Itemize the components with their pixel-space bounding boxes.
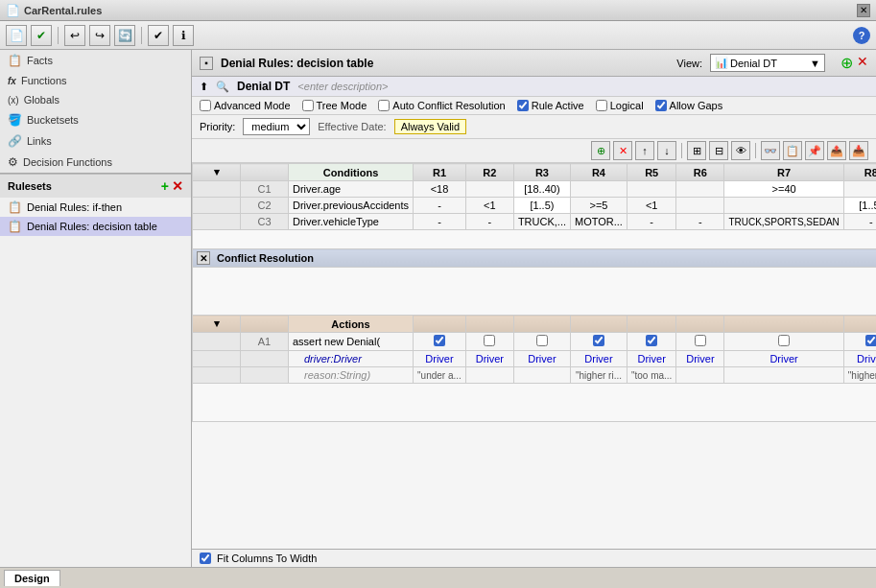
ruleset-if-then[interactable]: 📋 Denial Rules: if-then — [0, 198, 191, 217]
move-down-button[interactable]: ↓ — [657, 141, 676, 160]
back-button[interactable]: ↩ — [64, 25, 85, 46]
priority-select[interactable]: medium high low — [243, 118, 310, 135]
ruleset-decision-table[interactable]: 📋 Denial Rules: decision table — [0, 217, 191, 236]
add-row-button[interactable]: ⊕ — [591, 141, 610, 160]
move-up-button[interactable]: ↑ — [635, 141, 654, 160]
action-reason-r7[interactable] — [724, 367, 843, 384]
row-c1-r1[interactable]: <18 — [414, 181, 466, 198]
refresh-button[interactable]: 🔄 — [114, 25, 135, 46]
tree-mode-option[interactable]: Tree Mode — [302, 100, 367, 111]
row-c3-r5[interactable]: - — [627, 214, 675, 230]
forward-button[interactable]: ↪ — [89, 25, 110, 46]
row-c1-r6[interactable] — [676, 181, 724, 198]
row-c3-r7[interactable]: TRUCK,SPORTS,SEDAN — [724, 214, 843, 230]
table-settings-button[interactable]: ⊞ — [687, 141, 706, 160]
tab-design[interactable]: Design — [4, 570, 60, 586]
row-c2-r6[interactable] — [676, 198, 724, 214]
row-c1-r3[interactable]: [18..40) — [513, 181, 570, 198]
action-driver-r2[interactable]: Driver — [465, 351, 513, 367]
action-a1-r4[interactable] — [571, 333, 627, 351]
action-a1-r1[interactable] — [414, 333, 466, 351]
advanced-mode-checkbox[interactable] — [200, 100, 211, 111]
sidebar-item-facts[interactable]: 📋 Facts — [0, 50, 191, 71]
export-button[interactable]: 📤 — [827, 141, 846, 160]
action-a1-r7[interactable] — [724, 333, 843, 351]
row-c3-r3[interactable]: TRUCK,... — [513, 214, 570, 230]
row-c1-field[interactable]: Driver.age — [289, 181, 414, 198]
action-reason-r1[interactable]: "under a... — [414, 367, 466, 384]
sidebar-item-decision-functions[interactable]: ⚙ Decision Functions — [0, 152, 191, 173]
delete-row-button[interactable]: ✕ — [613, 141, 632, 160]
action-driver-r8[interactable]: Driver — [843, 351, 876, 367]
allow-gaps-option[interactable]: Allow Gaps — [655, 100, 723, 111]
row-c2-r1[interactable]: - — [414, 198, 466, 214]
logical-option[interactable]: Logical — [596, 100, 644, 111]
action-a1-r6[interactable] — [676, 333, 724, 351]
action-reason-r4[interactable]: "higher ri... — [571, 367, 627, 384]
row-c1-r4[interactable] — [571, 181, 627, 198]
delete-column-button[interactable]: ✕ — [857, 54, 868, 72]
auto-conflict-option[interactable]: Auto Conflict Resolution — [378, 100, 505, 111]
action-reason-field[interactable]: reason:String) — [289, 367, 414, 384]
glasses-button[interactable]: 👓 — [761, 141, 780, 160]
row-c3-r6[interactable]: - — [676, 214, 724, 230]
validate-button[interactable]: ✔ — [148, 25, 169, 46]
row-c3-r4[interactable]: MOTOR... — [571, 214, 627, 230]
copy-button[interactable]: 📋 — [783, 141, 802, 160]
row-c3-r8[interactable]: - — [843, 214, 876, 230]
delete-ruleset-button[interactable]: ✕ — [172, 178, 183, 194]
action-driver-r3[interactable]: Driver — [513, 351, 570, 367]
row-c2-r7[interactable] — [724, 198, 843, 214]
row-c2-r4[interactable]: >=5 — [571, 198, 627, 214]
import-button[interactable]: 📥 — [849, 141, 868, 160]
col-settings-button[interactable]: ⊟ — [709, 141, 728, 160]
view-button[interactable]: 👁 — [731, 141, 750, 160]
new-button[interactable]: 📄 — [6, 25, 27, 46]
row-c3-r1[interactable]: - — [414, 214, 466, 230]
row-c1-r2[interactable] — [465, 181, 513, 198]
logical-checkbox[interactable] — [596, 100, 607, 111]
rule-active-checkbox[interactable] — [517, 100, 529, 111]
action-driver-r4[interactable]: Driver — [571, 351, 627, 367]
paste-button[interactable]: 📌 — [805, 141, 824, 160]
action-a1-r8[interactable] — [843, 333, 876, 351]
action-driver-r1[interactable]: Driver — [414, 351, 466, 367]
conflict-expand-button[interactable]: ✕ — [197, 251, 210, 265]
action-reason-r3[interactable] — [513, 367, 570, 384]
search-icon[interactable]: 🔍 — [216, 81, 229, 93]
title-close[interactable]: ✕ — [857, 4, 870, 17]
row-c1-r7[interactable]: >=40 — [724, 181, 843, 198]
action-reason-r2[interactable] — [465, 367, 513, 384]
action-a1-r5[interactable] — [627, 333, 675, 351]
action-reason-r6[interactable] — [676, 367, 724, 384]
action-reason-r5[interactable]: "too ma... — [627, 367, 675, 384]
save-button[interactable]: ✔ — [31, 25, 52, 46]
row-c2-field[interactable]: Driver.previousAccidents — [289, 198, 414, 214]
action-driver-field[interactable]: driver:Driver — [289, 351, 414, 367]
sidebar-item-globals[interactable]: (x) Globals — [0, 90, 191, 109]
advanced-mode-option[interactable]: Advanced Mode — [200, 100, 291, 111]
row-c2-r2[interactable]: <1 — [465, 198, 513, 214]
sidebar-item-bucketsets[interactable]: 🪣 Bucketsets — [0, 109, 191, 130]
action-driver-r5[interactable]: Driver — [627, 351, 675, 367]
dt-expand-button[interactable]: ▪ — [200, 57, 213, 70]
row-c1-r8[interactable] — [843, 181, 876, 198]
allow-gaps-checkbox[interactable] — [655, 100, 667, 111]
row-c1-r5[interactable] — [627, 181, 675, 198]
tree-mode-checkbox[interactable] — [302, 100, 314, 111]
row-c2-r5[interactable]: <1 — [627, 198, 675, 214]
rule-active-option[interactable]: Rule Active — [517, 100, 584, 111]
sidebar-item-functions[interactable]: fx Functions — [0, 71, 191, 90]
view-dropdown[interactable]: 📊 Denial DT ▼ — [710, 54, 825, 72]
action-driver-r7[interactable]: Driver — [724, 351, 843, 367]
help-button[interactable]: ? — [853, 27, 870, 44]
fit-columns-checkbox[interactable] — [200, 553, 211, 564]
sidebar-item-links[interactable]: 🔗 Links — [0, 130, 191, 152]
action-a1-r2[interactable] — [465, 333, 513, 351]
info-button[interactable]: ℹ — [173, 25, 194, 46]
action-a1-field[interactable]: assert new Denial( — [289, 333, 414, 351]
add-column-button[interactable]: ⊕ — [840, 54, 853, 72]
action-reason-r8[interactable]: "higher ri... — [843, 367, 876, 384]
auto-conflict-checkbox[interactable] — [378, 100, 390, 111]
add-ruleset-button[interactable]: + — [161, 178, 169, 194]
